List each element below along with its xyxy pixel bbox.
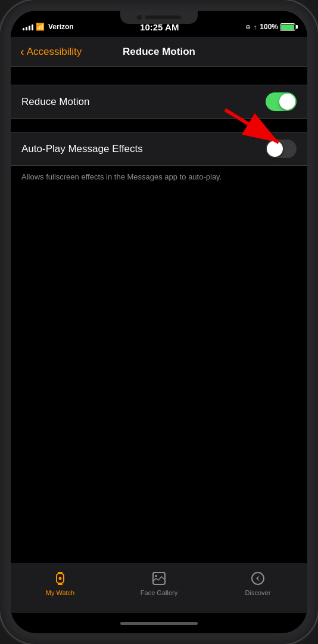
battery-icon: [280, 23, 295, 31]
phone-screen: 📶 Verizon 10:25 AM ⊕ ↑ 100% ‹ Accessibil…: [11, 11, 307, 633]
toggle-knob: [279, 94, 295, 110]
svg-marker-9: [256, 575, 260, 581]
back-chevron-icon: ‹: [20, 45, 24, 58]
speaker-grill: [145, 16, 181, 19]
wifi-icon: 📶: [36, 23, 45, 31]
signal-bars-icon: [23, 23, 33, 30]
autoplay-toggle[interactable]: [266, 140, 297, 158]
battery-percent: 100%: [260, 23, 278, 31]
reduce-motion-label: Reduce Motion: [21, 96, 89, 108]
battery-fill: [281, 24, 294, 30]
reduce-motion-toggle[interactable]: [266, 92, 297, 111]
autoplay-label: Auto-Play Message Effects: [21, 143, 143, 155]
reduce-motion-section: Reduce Motion: [11, 85, 307, 119]
tab-face-gallery-label: Face Gallery: [141, 589, 177, 596]
location-icon: ⊕: [245, 23, 251, 31]
reduce-motion-row: Reduce Motion: [11, 85, 307, 118]
nav-header: ‹ Accessibility Reduce Motion: [11, 37, 307, 67]
autoplay-section: Auto-Play Message Effects: [11, 132, 307, 188]
back-label: Accessibility: [27, 46, 82, 58]
page-title: Reduce Motion: [123, 46, 195, 58]
notch: [120, 11, 198, 24]
signal-bar-1: [23, 28, 24, 30]
carrier-label: Verizon: [48, 23, 74, 31]
status-left: 📶 Verizon: [23, 23, 74, 31]
svg-point-5: [59, 577, 62, 580]
tab-discover[interactable]: Discover: [208, 570, 307, 596]
autoplay-toggle-knob: [267, 141, 283, 157]
camera-dot: [137, 15, 142, 20]
autoplay-toggle-container: [266, 140, 297, 158]
signal-bar-3: [29, 26, 30, 30]
discover-icon: [250, 570, 266, 587]
phone-frame: 📶 Verizon 10:25 AM ⊕ ↑ 100% ‹ Accessibil…: [0, 0, 318, 644]
tab-my-watch-label: My Watch: [46, 589, 75, 596]
my-watch-icon: [52, 570, 68, 587]
status-right: ⊕ ↑ 100%: [245, 23, 295, 31]
home-bar: [120, 622, 198, 625]
autoplay-footer: Allows fullscreen effects in the Message…: [11, 166, 307, 188]
svg-rect-3: [58, 572, 63, 574]
tab-face-gallery[interactable]: Face Gallery: [110, 570, 208, 596]
home-indicator: [11, 613, 307, 633]
reduce-motion-group: Reduce Motion: [11, 85, 307, 119]
tab-my-watch[interactable]: My Watch: [11, 570, 110, 596]
svg-point-7: [155, 575, 157, 577]
rotation-icon: ↑: [254, 23, 257, 30]
autoplay-row: Auto-Play Message Effects: [11, 132, 307, 165]
autoplay-group: Auto-Play Message Effects: [11, 132, 307, 166]
face-gallery-icon: [151, 570, 167, 587]
signal-bar-2: [26, 27, 27, 30]
screen-content: Reduce Motion Auto-Play Message Effects: [11, 67, 307, 564]
tab-discover-label: Discover: [245, 589, 271, 596]
battery-container: 100%: [260, 23, 295, 31]
svg-rect-4: [58, 583, 63, 585]
back-button[interactable]: ‹ Accessibility: [20, 45, 82, 58]
tab-bar: My Watch Face Gallery: [11, 564, 307, 613]
signal-bar-4: [32, 24, 33, 30]
